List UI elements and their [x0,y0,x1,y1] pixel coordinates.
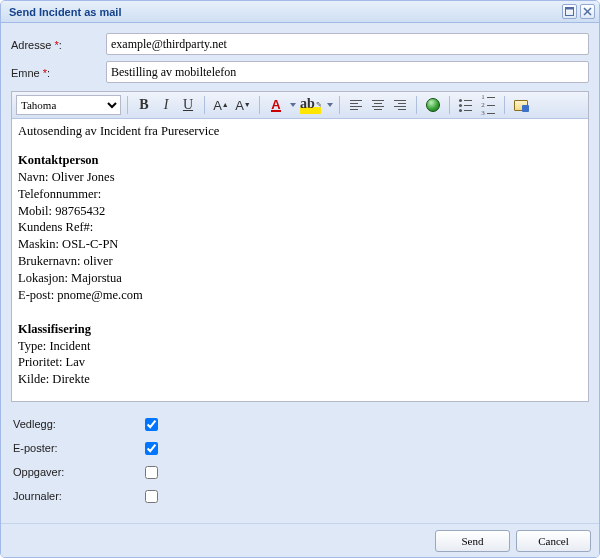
dialog-window: Send Incident as mail Adresse *: Emne *:… [0,0,600,558]
bold-button[interactable]: B [134,95,154,115]
separator [339,96,340,114]
underline-button[interactable]: U [178,95,198,115]
separator [416,96,417,114]
contact-line: Kundens Ref#: [18,219,582,236]
separator [504,96,505,114]
font-decrease-button[interactable]: A▼ [233,95,253,115]
send-button[interactable]: Send [435,530,510,552]
rich-text-editor: Tahoma B I U A▲ A▼ A ab✎ 123 [11,91,589,402]
contact-line: Mobil: 98765432 [18,203,582,220]
close-button[interactable] [580,4,595,19]
align-right-button[interactable] [390,95,410,115]
link-button[interactable] [423,95,443,115]
options-group: Vedlegg: E-poster: Oppgaver: Journaler: [11,412,589,508]
separator [204,96,205,114]
emails-label: E-poster: [11,442,141,454]
font-select[interactable]: Tahoma [16,95,121,115]
attachments-label: Vedlegg: [11,418,141,430]
window-title: Send Incident as mail [9,6,559,18]
font-increase-button[interactable]: A▲ [211,95,231,115]
attachments-checkbox[interactable] [145,418,158,431]
contact-line: Brukernavn: oliver [18,253,582,270]
contact-line: Lokasjon: Majorstua [18,270,582,287]
subject-label: Emne *: [11,65,106,79]
titlebar: Send Incident as mail [1,1,599,23]
font-color-button[interactable]: A [266,95,286,115]
highlight-button[interactable]: ab✎ [298,95,323,115]
italic-button[interactable]: I [156,95,176,115]
separator [127,96,128,114]
tasks-label: Oppgaver: [11,466,141,478]
globe-icon [426,98,440,112]
address-label: Adresse *: [11,37,106,51]
maximize-button[interactable] [562,4,577,19]
emails-checkbox[interactable] [145,442,158,455]
class-header: Klassifisering [18,322,91,336]
svg-rect-1 [566,8,574,10]
separator [449,96,450,114]
align-left-button[interactable] [346,95,366,115]
subject-input[interactable] [106,61,589,83]
dialog-body: Adresse *: Emne *: Tahoma B I U A▲ A▼ A … [1,23,599,523]
cancel-button[interactable]: Cancel [516,530,591,552]
intro-line: Autosending av Incident fra Pureservice [18,123,582,140]
editor-content[interactable]: Autosending av Incident fra Pureservice … [12,119,588,401]
dialog-footer: Send Cancel [1,523,599,557]
separator [259,96,260,114]
contact-line: Telefonnummer: [18,186,582,203]
align-center-button[interactable] [368,95,388,115]
class-line: Kilde: Direkte [18,371,582,388]
contact-header: Kontaktperson [18,153,99,167]
editor-toolbar: Tahoma B I U A▲ A▼ A ab✎ 123 [12,92,588,119]
chevron-down-icon[interactable] [326,103,333,107]
journals-label: Journaler: [11,490,141,502]
chevron-down-icon[interactable] [289,103,296,107]
class-line: Type: Incident [18,338,582,355]
number-list-button[interactable]: 123 [478,95,498,115]
bullet-list-button[interactable] [456,95,476,115]
contact-line: Maskin: OSL-C-PN [18,236,582,253]
journals-checkbox[interactable] [145,490,158,503]
address-input[interactable] [106,33,589,55]
class-line: Prioritet: Lav [18,354,582,371]
source-edit-icon [514,100,528,111]
tasks-checkbox[interactable] [145,466,158,479]
contact-line: E-post: pnome@me.com [18,287,582,304]
contact-line: Navn: Oliver Jones [18,169,582,186]
source-edit-button[interactable] [511,95,531,115]
